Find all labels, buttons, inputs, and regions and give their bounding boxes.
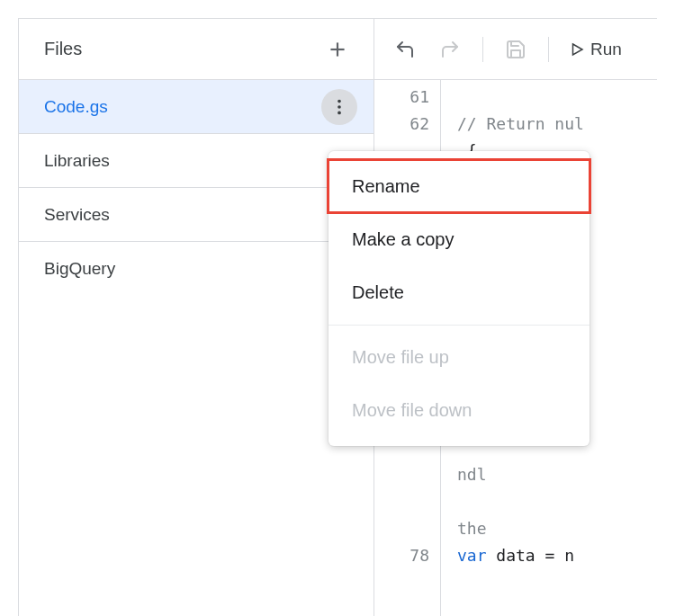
toolbar-divider (548, 37, 549, 62)
sidebar-section-services[interactable]: Services (19, 188, 374, 242)
svg-point-4 (338, 111, 341, 114)
add-file-button[interactable] (320, 31, 356, 67)
save-icon (505, 39, 526, 60)
section-label: Services (44, 205, 110, 225)
save-button[interactable] (496, 30, 536, 69)
editor-toolbar: Run (374, 19, 657, 80)
sidebar-header: Files (19, 19, 374, 80)
menu-move-down: Move file down (328, 384, 590, 437)
svg-point-3 (338, 105, 341, 109)
sidebar-section-bigquery[interactable]: BigQuery (19, 242, 374, 296)
play-icon (569, 41, 585, 58)
section-label: Libraries (44, 151, 110, 171)
file-context-menu: Rename Make a copy Delete Move file up M… (328, 151, 590, 446)
more-vert-icon (329, 97, 349, 117)
file-name-label: Code.gs (44, 97, 108, 117)
menu-divider (328, 325, 590, 326)
redo-icon (439, 39, 461, 60)
menu-make-copy[interactable]: Make a copy (328, 213, 590, 266)
menu-rename[interactable]: Rename (328, 160, 590, 213)
menu-delete[interactable]: Delete (328, 266, 590, 319)
file-more-button[interactable] (321, 89, 357, 125)
run-label: Run (590, 40, 622, 59)
redo-button[interactable] (430, 30, 470, 69)
svg-point-2 (338, 99, 341, 103)
section-label: BigQuery (44, 259, 115, 279)
plus-icon (326, 38, 349, 61)
toolbar-divider (482, 37, 483, 62)
sidebar-section-libraries[interactable]: Libraries (19, 134, 374, 188)
files-sidebar: Files Code.gs Libraries Services BigQuer… (19, 19, 374, 616)
undo-icon (394, 39, 416, 60)
menu-move-up: Move file up (328, 331, 590, 384)
svg-marker-5 (573, 44, 583, 55)
run-button[interactable]: Run (562, 30, 629, 69)
undo-button[interactable] (385, 30, 425, 69)
sidebar-title: Files (44, 39, 82, 59)
file-item-code[interactable]: Code.gs (19, 80, 374, 134)
